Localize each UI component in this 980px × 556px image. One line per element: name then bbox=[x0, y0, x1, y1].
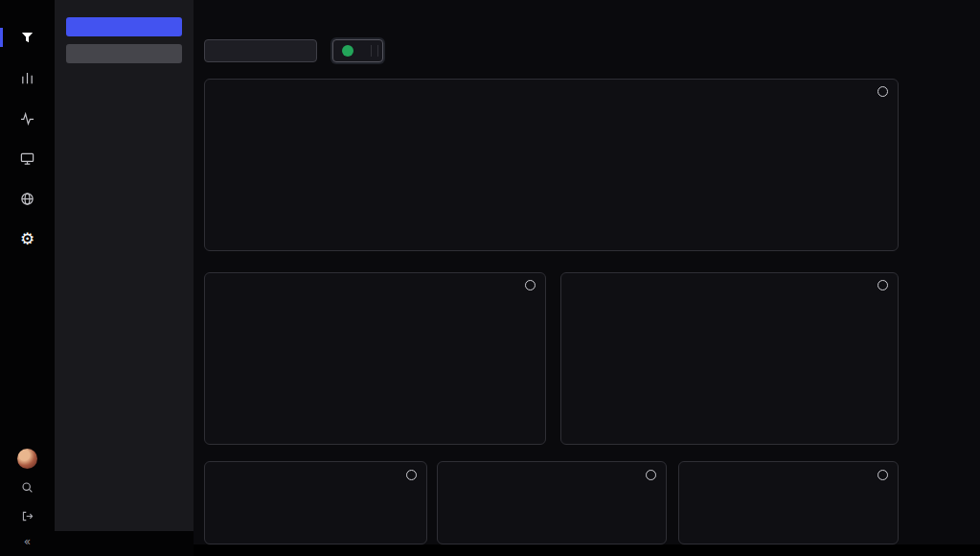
source-chip[interactable] bbox=[332, 39, 383, 62]
pipelines-icon[interactable] bbox=[0, 17, 55, 58]
sources-dropdown[interactable] bbox=[204, 39, 317, 62]
total-logs-sampled-card bbox=[204, 461, 427, 544]
log-metrics-by-host-panel bbox=[560, 272, 899, 445]
main-content bbox=[194, 0, 980, 544]
org-footer bbox=[55, 531, 194, 556]
avg-log-size-card bbox=[678, 461, 899, 544]
settings-icon[interactable]: ⚙ bbox=[0, 219, 55, 259]
log-metrics-by-app-panel bbox=[204, 272, 546, 445]
activity-icon[interactable] bbox=[0, 98, 55, 138]
app-window: ⚙ « bbox=[0, 0, 980, 556]
total-log-size-card bbox=[437, 461, 667, 544]
bottom-strip bbox=[194, 544, 980, 556]
panel-header bbox=[205, 273, 545, 294]
globe-icon[interactable] bbox=[0, 178, 55, 219]
monitor-icon[interactable] bbox=[0, 138, 55, 178]
log-template-summarization-panel bbox=[204, 79, 899, 251]
check-icon bbox=[342, 45, 353, 57]
sources-icon[interactable] bbox=[0, 58, 55, 98]
info-badge-icon[interactable] bbox=[877, 280, 888, 290]
info-badge-icon[interactable] bbox=[525, 280, 536, 290]
rail-nav: ⚙ bbox=[0, 17, 55, 259]
user-avatar[interactable] bbox=[17, 449, 37, 469]
info-badge-icon[interactable] bbox=[877, 470, 888, 480]
sidebar-top-items bbox=[55, 0, 194, 4]
chip-grip bbox=[371, 45, 378, 57]
info-badge-icon[interactable] bbox=[406, 470, 417, 480]
filter-bar bbox=[204, 38, 400, 62]
new-pipeline-button[interactable] bbox=[66, 17, 182, 36]
rail-bottom: « bbox=[17, 449, 37, 556]
panel-header bbox=[205, 80, 898, 101]
info-badge-icon[interactable] bbox=[646, 470, 656, 480]
sidebar bbox=[55, 0, 194, 556]
icon-rail: ⚙ « bbox=[0, 0, 55, 556]
info-badge-icon[interactable] bbox=[877, 86, 888, 97]
logout-icon[interactable] bbox=[21, 508, 34, 526]
panel-header bbox=[561, 273, 898, 294]
search-icon[interactable] bbox=[21, 479, 34, 498]
collapse-nav-icon[interactable]: « bbox=[24, 537, 31, 546]
find-pipeline-input[interactable] bbox=[66, 44, 182, 63]
